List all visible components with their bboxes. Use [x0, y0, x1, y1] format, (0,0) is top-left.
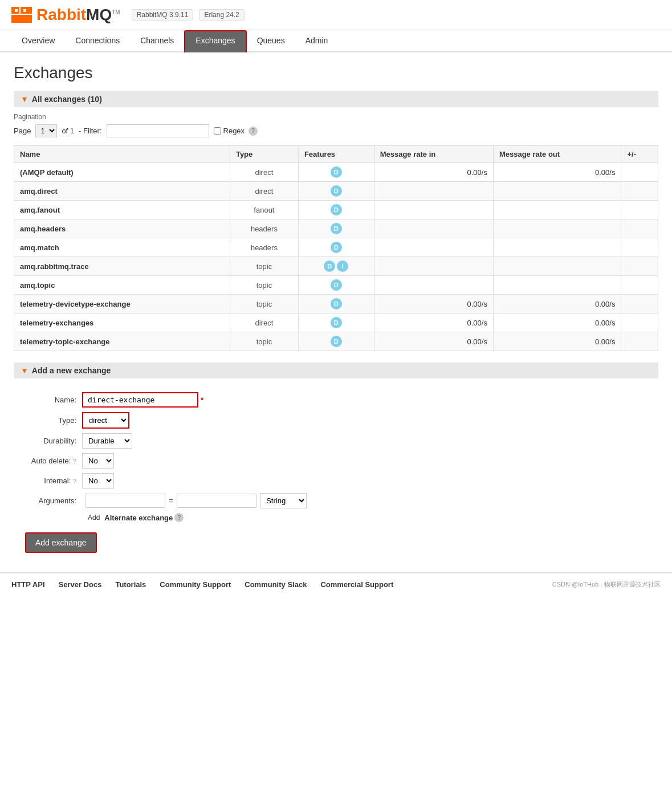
table-row[interactable]: amq.directdirectD: [14, 182, 658, 201]
exchange-name[interactable]: amq.match: [14, 238, 230, 257]
type-select-wrap: direct fanout headers topic: [82, 412, 129, 429]
page-select[interactable]: 1: [35, 124, 57, 137]
exchange-features: D: [298, 219, 374, 238]
col-type: Type: [230, 146, 298, 163]
table-header-row: Name Type Features Message rate in Messa…: [14, 146, 658, 163]
pagination-area: Pagination Page 1 of 1 - Filter: Regex ?: [14, 113, 658, 137]
table-row[interactable]: amq.rabbitmq.tracetopicDI: [14, 257, 658, 276]
all-exchanges-header[interactable]: ▼ All exchanges (10): [14, 91, 658, 107]
exchange-features: DI: [298, 257, 374, 276]
auto-delete-help[interactable]: ?: [73, 458, 76, 465]
footer-community-support[interactable]: Community Support: [160, 580, 231, 589]
auto-delete-row: Auto delete: ? No Yes: [19, 453, 653, 469]
exchange-name[interactable]: telemetry-devicetype-exchange: [14, 295, 230, 313]
nav-overview[interactable]: Overview: [11, 30, 65, 52]
table-row[interactable]: amq.fanoutfanoutD: [14, 201, 658, 219]
exchange-name[interactable]: amq.fanout: [14, 201, 230, 219]
footer-http-api[interactable]: HTTP API: [11, 580, 45, 589]
name-input[interactable]: [83, 393, 197, 406]
arguments-row: Arguments: = String Number Boolean List: [19, 493, 653, 508]
nav-channels[interactable]: Channels: [130, 30, 184, 52]
exchange-name[interactable]: amq.topic: [14, 276, 230, 295]
exchange-features: D: [298, 313, 374, 332]
add-exchange-button[interactable]: Add exchange: [25, 532, 97, 553]
regex-label: Regex: [223, 127, 245, 135]
nav-queues[interactable]: Queues: [247, 30, 295, 52]
nav-exchanges[interactable]: Exchanges: [184, 30, 246, 52]
col-rate-in: Message rate in: [374, 146, 493, 163]
internal-row: Internal: ? No Yes: [19, 473, 653, 488]
exchange-name[interactable]: (AMQP default): [14, 163, 230, 182]
internal-label: Internal: ?: [19, 477, 82, 485]
regex-checkbox[interactable]: [214, 127, 221, 135]
exchange-name[interactable]: amq.headers: [14, 219, 230, 238]
exchange-rate-out: [493, 238, 621, 257]
add-exchange-section: ▼ Add a new exchange Name: * Type: direc…: [14, 363, 658, 561]
exchange-plus-minus: [621, 201, 658, 219]
durability-label: Durability:: [19, 437, 82, 445]
table-row[interactable]: telemetry-devicetype-exchangetopicD0.00/…: [14, 295, 658, 313]
auto-delete-select[interactable]: No Yes: [82, 453, 114, 469]
internal-select[interactable]: No Yes: [82, 473, 114, 488]
eq-sign: =: [169, 496, 173, 506]
svg-rect-2: [11, 15, 32, 23]
durability-select[interactable]: Durable Transient: [82, 433, 132, 449]
exchange-plus-minus: [621, 163, 658, 182]
exchange-rate-out: [493, 257, 621, 276]
table-row[interactable]: amq.headersheadersD: [14, 219, 658, 238]
exchange-type: topic: [230, 332, 298, 351]
exchange-plus-minus: [621, 276, 658, 295]
col-features: Features: [298, 146, 374, 163]
footer-server-docs[interactable]: Server Docs: [59, 580, 102, 589]
add-exchange-arrow-icon: ▼: [21, 366, 28, 375]
footer-commercial-support[interactable]: Commercial Support: [320, 580, 393, 589]
table-row[interactable]: amq.matchheadersD: [14, 238, 658, 257]
exchange-rate-out: [493, 201, 621, 219]
rabbitmq-version: RabbitMQ 3.9.11: [132, 9, 194, 21]
page-content: Exchanges ▼ All exchanges (10) Paginatio…: [0, 52, 672, 572]
exchange-name[interactable]: amq.rabbitmq.trace: [14, 257, 230, 276]
alt-help-badge[interactable]: ?: [174, 513, 184, 522]
nav-admin[interactable]: Admin: [295, 30, 339, 52]
auto-delete-label: Auto delete: ?: [19, 457, 82, 465]
table-row[interactable]: telemetry-topic-exchangetopicD0.00/s0.00…: [14, 332, 658, 351]
filter-input[interactable]: [107, 124, 209, 137]
regex-help-badge[interactable]: ?: [249, 127, 258, 136]
arg-value-input[interactable]: [177, 494, 256, 508]
arg-type-select[interactable]: String Number Boolean List: [260, 493, 307, 508]
main-nav: Overview Connections Channels Exchanges …: [0, 30, 672, 52]
type-label: Type:: [19, 416, 82, 425]
exchange-features: D: [298, 182, 374, 201]
exchange-plus-minus: [621, 238, 658, 257]
exchange-rate-in: [374, 276, 493, 295]
logo-text: RabbitMQTM: [36, 6, 120, 24]
footer-community-slack[interactable]: Community Slack: [245, 580, 307, 589]
internal-help[interactable]: ?: [73, 478, 76, 484]
table-row[interactable]: (AMQP default)directD0.00/s0.00/s: [14, 163, 658, 182]
table-row[interactable]: telemetry-exchangesdirectD0.00/s0.00/s: [14, 313, 658, 332]
all-exchanges-label: All exchanges (10): [32, 95, 102, 104]
exchanges-table: Name Type Features Message rate in Messa…: [14, 145, 658, 351]
exchange-features: D: [298, 238, 374, 257]
table-row[interactable]: amq.topictopicD: [14, 276, 658, 295]
exchange-rate-out: [493, 276, 621, 295]
add-arg-link[interactable]: Add: [88, 514, 100, 522]
arg-key-input[interactable]: [85, 494, 165, 508]
type-select[interactable]: direct fanout headers topic: [83, 413, 128, 427]
nav-connections[interactable]: Connections: [65, 30, 130, 52]
page-title: Exchanges: [14, 64, 658, 82]
exchange-rate-out: [493, 182, 621, 201]
version-badges: RabbitMQ 3.9.11 Erlang 24.2: [132, 9, 245, 21]
exchange-name[interactable]: amq.direct: [14, 182, 230, 201]
filter-label: - Filter:: [79, 127, 101, 135]
alt-exchange-link[interactable]: Alternate exchange: [104, 514, 173, 522]
name-label: Name:: [19, 396, 82, 404]
exchange-rate-in: [374, 238, 493, 257]
erlang-version: Erlang 24.2: [199, 9, 244, 21]
exchange-name[interactable]: telemetry-exchanges: [14, 313, 230, 332]
exchange-type: direct: [230, 313, 298, 332]
footer-tutorials[interactable]: Tutorials: [115, 580, 146, 589]
exchange-name[interactable]: telemetry-topic-exchange: [14, 332, 230, 351]
exchange-features: D: [298, 276, 374, 295]
add-exchange-header[interactable]: ▼ Add a new exchange: [14, 363, 658, 378]
